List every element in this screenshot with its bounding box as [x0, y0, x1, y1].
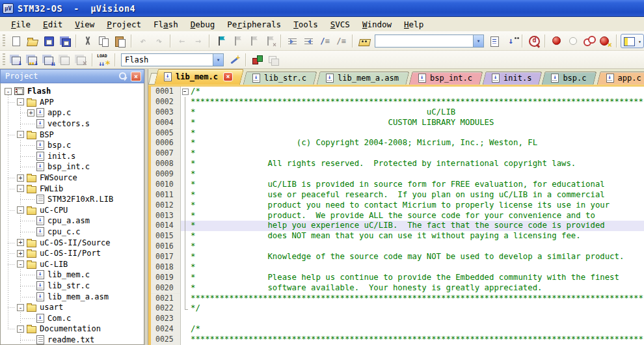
auto-hide-pin-icon[interactable]: [118, 72, 128, 81]
tree-expander[interactable]: -: [17, 98, 24, 105]
menu-tools[interactable]: Tools: [288, 18, 324, 31]
fold-margin[interactable]: [181, 314, 189, 324]
copy-button[interactable]: [96, 34, 111, 48]
comment-button[interactable]: [317, 34, 332, 48]
start-debug-session-button[interactable]: [526, 34, 541, 48]
tree-expander[interactable]: -: [17, 325, 24, 333]
fold-margin[interactable]: [181, 107, 189, 118]
tree-item-uc-cpu-group[interactable]: - uC-CPU: [1, 205, 144, 216]
tree-expander[interactable]: +: [17, 239, 24, 246]
tree-expander[interactable]: -: [17, 185, 24, 192]
tab-app-c[interactable]: app.c: [598, 72, 644, 85]
open-file-button[interactable]: [25, 34, 40, 48]
tree-expander[interactable]: -: [17, 131, 24, 138]
project-panel-header[interactable]: Project: [0, 69, 144, 83]
tree-item-lib-mem-a-asm[interactable]: lib_mem_a.asm: [1, 291, 144, 302]
fold-margin[interactable]: [181, 128, 189, 139]
toggle-breakpoint-button[interactable]: [549, 34, 564, 48]
menu-project[interactable]: Project: [101, 18, 147, 31]
tree-item-readme-txt[interactable]: readme.txt: [1, 335, 144, 345]
tree-expander[interactable]: -: [17, 260, 24, 268]
fold-margin[interactable]: [181, 118, 189, 128]
window-layout-button[interactable]: [266, 53, 281, 67]
menu-flash[interactable]: Flash: [148, 18, 184, 31]
fold-margin[interactable]: [181, 252, 189, 262]
tree-item-fwsource-group[interactable]: + FWSource: [1, 172, 144, 184]
tab-bsp-c[interactable]: bsp.c: [543, 72, 595, 85]
tree-expander[interactable]: -: [5, 88, 12, 95]
tree-item-app-c[interactable]: + app.c: [1, 107, 144, 118]
fold-margin[interactable]: [181, 221, 189, 231]
save-all-button[interactable]: [57, 34, 72, 48]
find-in-files-button[interactable]: [356, 34, 371, 48]
tree-item-bsp-int-c[interactable]: bsp_int.c: [1, 161, 144, 172]
redo-button[interactable]: [152, 34, 167, 48]
menu-window[interactable]: Window: [356, 18, 397, 31]
navigate-forward-button[interactable]: [191, 34, 206, 48]
fold-margin[interactable]: [181, 335, 189, 345]
tab-lib-mem-a-asm[interactable]: lib_mem_a.asm: [318, 72, 408, 85]
unindent-button[interactable]: [301, 34, 316, 48]
fold-margin[interactable]: [181, 159, 189, 169]
tree-item-fwlib-group[interactable]: - FWLib: [1, 183, 144, 194]
translate-file-button[interactable]: [8, 53, 23, 67]
tree-item-stm32f10xr-lib[interactable]: STM32F10xR.LIB: [1, 194, 144, 205]
tree-item-lib-str-c[interactable]: lib_str.c: [1, 281, 144, 292]
tree-expander[interactable]: -: [17, 304, 24, 311]
batch-build-button[interactable]: [57, 53, 72, 67]
fold-margin[interactable]: [181, 294, 189, 304]
fold-margin[interactable]: [181, 169, 189, 180]
tree-item-vectors-s[interactable]: vectors.s: [1, 118, 144, 130]
build-target-button[interactable]: [25, 53, 40, 67]
insert-bookmark-button[interactable]: [213, 34, 228, 48]
toolbar-drag-handle[interactable]: [3, 53, 5, 66]
code-editor[interactable]: 0001 /* 0002 ***************************…: [148, 87, 644, 345]
incremental-find-button[interactable]: [503, 34, 518, 48]
tree-item-documentation[interactable]: - Documentation: [1, 324, 144, 335]
new-file-button[interactable]: [8, 34, 23, 48]
fold-margin[interactable]: [181, 231, 189, 242]
save-button[interactable]: [41, 34, 56, 48]
show-panels-button[interactable]: [621, 34, 644, 48]
disable-all-breakpoints-button[interactable]: [582, 34, 597, 48]
dropdown-arrow-icon[interactable]: [473, 35, 483, 47]
paste-button[interactable]: [113, 34, 127, 48]
target-select-combobox[interactable]: Flash: [121, 53, 224, 66]
tree-item-usart-group[interactable]: - usart: [1, 302, 144, 313]
menu-peripherals[interactable]: Peripherals: [221, 18, 287, 31]
navigate-back-button[interactable]: [174, 34, 189, 48]
tree-item-com-c[interactable]: Com.c: [1, 312, 144, 324]
tab-lib-mem-c[interactable]: lib_mem.c: [156, 69, 242, 85]
menu-edit[interactable]: Edit: [37, 18, 68, 31]
fold-margin[interactable]: [181, 211, 189, 221]
close-panel-button[interactable]: [131, 72, 141, 81]
tab-bsp-int-c[interactable]: bsp_int.c: [410, 72, 481, 85]
menu-help[interactable]: Help: [398, 18, 429, 31]
tree-expander[interactable]: -: [17, 206, 24, 214]
fold-margin[interactable]: [181, 190, 189, 200]
tree-item-cpu-a-asm[interactable]: cpu_a.asm: [1, 215, 144, 227]
find-text-button[interactable]: [487, 34, 502, 48]
cut-button[interactable]: [80, 34, 95, 48]
kill-all-breakpoints-button[interactable]: [598, 34, 613, 48]
tree-item-cpu-c-c[interactable]: cpu_c.c: [1, 227, 144, 238]
tree-item-app-group[interactable]: - APP: [1, 97, 144, 108]
rebuild-all-button[interactable]: [41, 53, 56, 67]
tab-init-s[interactable]: init.s: [484, 72, 541, 85]
toolbar-drag-handle[interactable]: [3, 34, 5, 48]
menu-debug[interactable]: Debug: [185, 18, 221, 31]
clear-bookmarks-button[interactable]: [262, 34, 277, 48]
fold-margin[interactable]: [181, 200, 189, 211]
stop-build-button[interactable]: [74, 53, 88, 67]
manage-components-button[interactable]: [250, 53, 265, 67]
tree-item-uc-lib-group[interactable]: - uC-LIB: [1, 259, 144, 270]
previous-bookmark-button[interactable]: [230, 34, 245, 48]
tree-expander[interactable]: +: [27, 109, 34, 117]
fold-margin[interactable]: [181, 283, 189, 294]
title-bar[interactable]: µV STM32-OS - µVision4: [0, 0, 644, 17]
next-bookmark-button[interactable]: [246, 34, 261, 48]
fold-margin[interactable]: [181, 262, 189, 273]
tree-item-ucos-port[interactable]: + uC-OS-II/Port: [1, 248, 144, 259]
search-combobox[interactable]: [375, 34, 484, 48]
download-to-flash-button[interactable]: [96, 53, 111, 67]
